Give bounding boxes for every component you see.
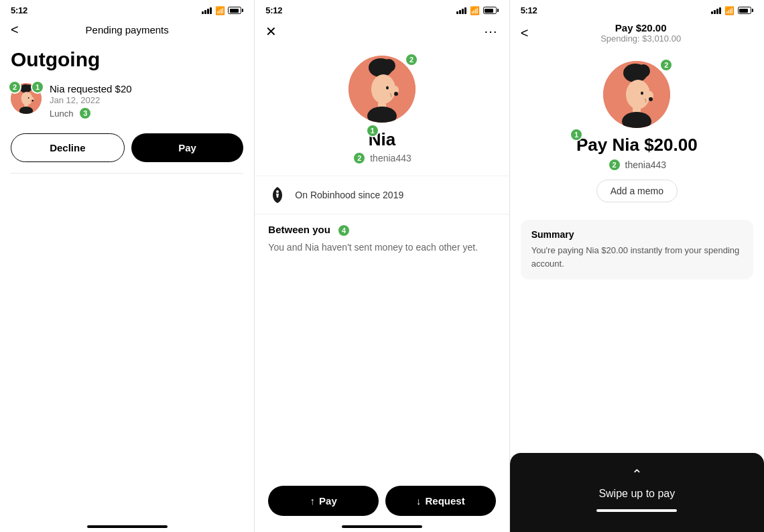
badge-2-1: 2: [8, 80, 21, 94]
memo-button[interactable]: Add a memo: [596, 180, 678, 202]
svg-point-6: [28, 97, 29, 98]
svg-point-5: [31, 100, 34, 102]
svg-point-22: [626, 80, 650, 109]
battery-icon-3: [738, 7, 753, 14]
swipe-text: Swipe up to pay: [598, 488, 675, 500]
svg-point-15: [386, 86, 389, 90]
panel-profile: 5:12 📶 ✕ ⋯: [255, 0, 509, 532]
pay-avatar: [603, 61, 670, 128]
pay-username: thenia443: [625, 159, 667, 170]
badge-4: 4: [337, 224, 351, 237]
since-text: On Robinhood since 2019: [295, 190, 403, 200]
home-indicator-1: [87, 525, 168, 528]
badge-3-1: 3: [78, 107, 92, 120]
pay-profile-section: 2 1 Pay Nia $20.00 2 thenia443 Add a mem…: [510, 48, 764, 209]
divider-1: [11, 173, 243, 174]
payment-memo: Lunch 3: [50, 107, 243, 120]
pay-name: 1 Pay Nia $20.00: [576, 135, 698, 155]
between-title-text: Between you: [268, 224, 330, 235]
between-desc: You and Nia haven't sent money to each o…: [268, 241, 495, 255]
pay-name-text: Pay Nia $20.00: [576, 135, 698, 155]
nav-bar-3: < Pay $20.00 Spending: $3,010.00: [510, 18, 764, 48]
pay-subtitle: Spending: $3,010.00: [528, 34, 753, 44]
pay-title: Pay $20.00: [528, 22, 753, 34]
nav-bar-1: < Pending payments: [0, 18, 254, 42]
status-bar-3: 5:12 📶: [510, 0, 764, 18]
panel-pay: 5:12 📶 < Pay $20.00 Spending: $3,010.00: [510, 0, 764, 532]
badge-2-profile: 2: [405, 53, 418, 66]
request-arrow-icon: ↓: [416, 495, 422, 507]
svg-point-14: [394, 92, 398, 96]
badge-2-pay: 2: [659, 58, 673, 72]
more-button[interactable]: ⋯: [484, 23, 499, 40]
wifi-icon-1: 📶: [215, 6, 225, 15]
swipe-section[interactable]: ⌃ Swipe up to pay: [510, 453, 764, 532]
username-text: thenia443: [370, 153, 411, 163]
nav-title-1: Pending payments: [86, 24, 169, 36]
status-icons-1: 📶: [202, 6, 244, 15]
decline-button[interactable]: Decline: [11, 133, 125, 162]
request-button[interactable]: ↓ Request: [385, 486, 496, 516]
wifi-icon-3: 📶: [724, 6, 735, 15]
close-button[interactable]: ✕: [265, 23, 277, 40]
badge-2-pay-username: 2: [608, 158, 621, 172]
battery-icon-1: [228, 7, 243, 14]
svg-point-12: [371, 74, 395, 104]
pay-arrow-icon: ↑: [310, 495, 316, 507]
home-indicator-3: [596, 509, 677, 512]
time-1: 5:12: [11, 5, 27, 15]
back-button-1[interactable]: <: [11, 22, 19, 38]
large-avatar-container: 2: [348, 56, 416, 123]
action-buttons: Decline Pay: [0, 127, 254, 173]
bottom-actions-2: ↑ Pay ↓ Request: [255, 486, 509, 516]
pay-header: Pay $20.00 Spending: $3,010.00: [528, 22, 753, 44]
signal-icon-3: [711, 7, 721, 14]
info-row: On Robinhood since 2019: [255, 176, 509, 214]
badge-1-pay: 1: [570, 128, 583, 141]
time-3: 5:12: [521, 5, 537, 15]
avatar-container-1: 2 1: [11, 83, 42, 114]
status-icons-3: 📶: [711, 6, 753, 15]
status-bar-2: 5:12 📶: [255, 0, 509, 18]
badge-1-1: 1: [31, 80, 44, 94]
back-button-3[interactable]: <: [521, 25, 529, 41]
svg-point-11: [382, 59, 395, 72]
payment-info: Nia requested $20 Jan 12, 2022 Lunch 3: [50, 83, 243, 120]
robinhood-icon: [268, 186, 287, 204]
payment-item: 2 1 Nia requested $20 Jan 12, 2022 Lunch…: [0, 76, 254, 127]
svg-point-21: [637, 64, 650, 78]
svg-point-3: [21, 92, 33, 105]
profile-section: 2 1 Nia 2 thenia443: [255, 45, 509, 170]
summary-text: You're paying Nia $20.00 instantly from …: [531, 244, 743, 270]
memo-text: Lunch: [50, 109, 73, 119]
status-icons-2: 📶: [456, 6, 499, 15]
svg-point-25: [641, 92, 643, 95]
request-label: Request: [425, 495, 464, 507]
signal-icon-2: [456, 7, 466, 14]
summary-title: Summary: [531, 229, 743, 240]
badge-2-username: 2: [353, 151, 366, 165]
pay-button-1[interactable]: Pay: [131, 133, 244, 162]
time-2: 5:12: [265, 5, 282, 15]
payment-name: Nia requested $20: [50, 83, 243, 94]
signal-icon-1: [202, 7, 212, 14]
payment-date: Jan 12, 2022: [50, 95, 243, 105]
panel-pending-payments: 5:12 📶 < Pending payments Outgoing: [0, 0, 255, 532]
svg-point-24: [649, 97, 653, 101]
home-indicator-2: [342, 525, 422, 528]
pay-label-2: Pay: [319, 495, 337, 507]
badge-1-profile: 1: [366, 124, 379, 137]
pay-avatar-container: 2: [603, 61, 670, 128]
swipe-arrow-icon: ⌃: [631, 466, 643, 482]
profile-name: 1 Nia: [369, 129, 395, 150]
svg-point-18: [276, 190, 279, 193]
wifi-icon-2: 📶: [470, 6, 480, 15]
outgoing-label: Outgoing: [0, 42, 254, 76]
profile-username: 2 thenia443: [353, 151, 411, 165]
pay-button-2[interactable]: ↑ Pay: [268, 486, 379, 516]
between-section: Between you 4 You and Nia haven't sent m…: [255, 214, 509, 264]
large-avatar: [348, 56, 416, 123]
between-title: Between you 4: [268, 224, 495, 237]
top-actions: ✕ ⋯: [255, 18, 509, 45]
status-bar-1: 5:12 📶: [0, 0, 254, 18]
